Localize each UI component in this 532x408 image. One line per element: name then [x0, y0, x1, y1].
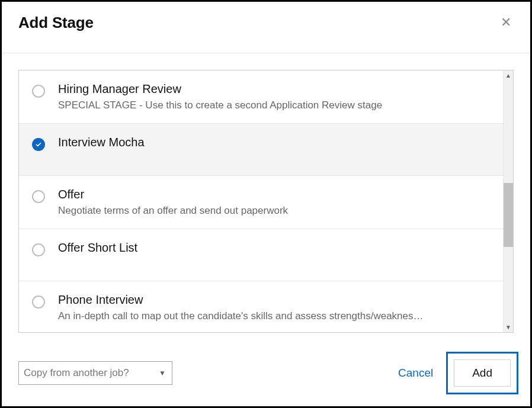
stage-title: Offer	[58, 188, 490, 201]
stage-row[interactable]: Phone InterviewAn in-depth call to map o…	[19, 281, 503, 332]
scroll-up-arrow-icon[interactable]: ▲	[504, 70, 513, 81]
stage-row-text: Offer Short List	[58, 241, 490, 258]
stage-title: Interview Mocha	[58, 136, 490, 149]
copy-select-label: Copy from another job?	[24, 367, 129, 379]
scroll-down-arrow-icon[interactable]: ▼	[504, 322, 513, 332]
stage-description: SPECIAL STAGE - Use this to create a sec…	[58, 99, 490, 111]
stage-title: Hiring Manager Review	[58, 82, 490, 96]
stage-row[interactable]: OfferNegotiate terms of an offer and sen…	[19, 176, 503, 229]
stage-row[interactable]: Offer Short List	[19, 229, 503, 281]
stage-list[interactable]: Hiring Manager ReviewSPECIAL STAGE - Use…	[19, 70, 503, 332]
scroll-thumb[interactable]	[504, 183, 513, 247]
stage-title: Offer Short List	[58, 241, 490, 255]
add-button-highlight: Add	[446, 352, 518, 394]
radio-unchecked-icon[interactable]	[32, 85, 45, 98]
close-icon[interactable]: ✕	[498, 14, 514, 31]
stage-row-text: OfferNegotiate terms of an offer and sen…	[58, 188, 490, 217]
radio-unchecked-icon[interactable]	[32, 295, 45, 309]
modal-title: Add Stage	[18, 14, 94, 32]
chevron-down-icon: ▼	[159, 369, 166, 377]
stage-title: Phone Interview	[58, 293, 490, 307]
radio-unchecked-icon[interactable]	[32, 190, 45, 203]
stage-row-text: Phone InterviewAn in-depth call to map o…	[58, 293, 490, 322]
modal-header: Add Stage ✕	[2, 2, 530, 53]
stage-row[interactable]: Interview Mocha	[19, 124, 503, 176]
modal-footer: Copy from another job? ▼ Cancel Add	[18, 352, 518, 394]
modal-body: Hiring Manager ReviewSPECIAL STAGE - Use…	[2, 53, 530, 333]
stage-row-text: Hiring Manager ReviewSPECIAL STAGE - Use…	[58, 82, 490, 111]
stage-listbox: Hiring Manager ReviewSPECIAL STAGE - Use…	[18, 70, 514, 333]
stage-row-text: Interview Mocha	[58, 136, 490, 153]
radio-unchecked-icon[interactable]	[32, 243, 45, 256]
stage-row[interactable]: Hiring Manager ReviewSPECIAL STAGE - Use…	[19, 70, 503, 124]
footer-actions: Cancel Add	[398, 352, 518, 394]
add-button[interactable]: Add	[454, 359, 511, 387]
radio-checked-icon[interactable]	[32, 138, 45, 151]
copy-from-job-select[interactable]: Copy from another job? ▼	[18, 361, 172, 385]
stage-description: An in-depth call to map out the candidat…	[58, 310, 490, 322]
add-stage-modal: Add Stage ✕ Hiring Manager ReviewSPECIAL…	[0, 0, 532, 408]
scrollbar[interactable]: ▲ ▼	[503, 70, 513, 332]
cancel-button[interactable]: Cancel	[398, 367, 433, 380]
stage-description: Negotiate terms of an offer and send out…	[58, 205, 490, 217]
